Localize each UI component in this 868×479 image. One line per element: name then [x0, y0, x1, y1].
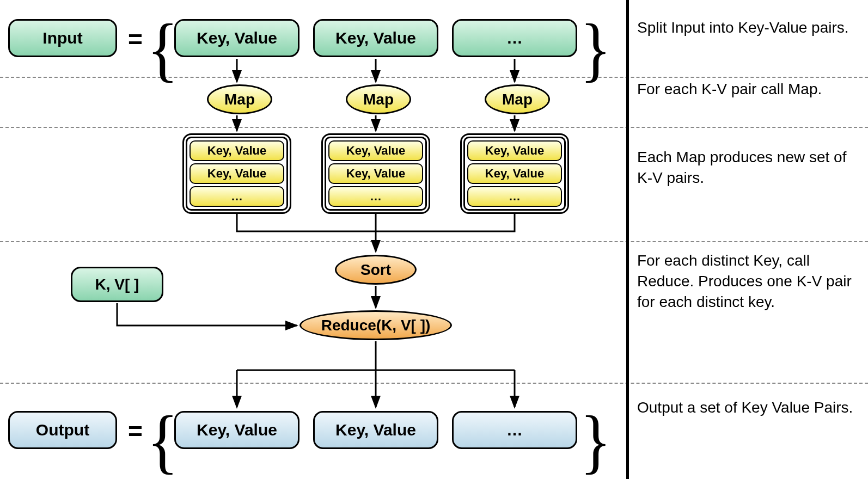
kvgroup-3: Key, Value Key, Value … [460, 133, 569, 214]
kv-row: Key, Value [467, 140, 562, 161]
diagram-area: Input = { Key, Value Key, Value … } Map … [5, 0, 610, 479]
desc-reduce: For each distinct Key, call Reduce. Prod… [637, 250, 860, 312]
kv-row: … [328, 186, 423, 207]
equals-bottom: = [128, 416, 143, 446]
reduce-ellipse: Reduce(K, V[ ]) [299, 310, 452, 340]
kv-row: … [467, 186, 562, 207]
desc-produce: Each Map produces new set of K-V pairs. [637, 147, 860, 188]
arrows-overlay [5, 0, 610, 479]
map-ellipse-2: Map [346, 84, 411, 114]
kvgroup-2: Key, Value Key, Value … [321, 133, 430, 214]
brace-open-bottom: { [147, 414, 179, 468]
kv-row: Key, Value [328, 140, 423, 161]
kv-array-box: K, V[ ] [71, 267, 163, 302]
kv-row: Key, Value [328, 163, 423, 184]
map-ellipse-1: Map [207, 84, 272, 114]
input-box: Input [8, 19, 117, 57]
kv-row: Key, Value [467, 163, 562, 184]
descriptions-panel: Split Input into Key-Value pairs. For ea… [626, 0, 860, 479]
brace-close-top: } [580, 22, 612, 76]
kv-output-ellipsis: … [452, 411, 577, 449]
brace-close-bottom: } [580, 414, 612, 468]
kv-input-1: Key, Value [174, 19, 299, 57]
desc-output: Output a set of Key Value Pairs. [637, 397, 853, 418]
desc-map: For each K-V pair call Map. [637, 79, 822, 100]
brace-open-top: { [147, 22, 179, 76]
kv-input-ellipsis: … [452, 19, 577, 57]
kvgroup-1: Key, Value Key, Value … [182, 133, 291, 214]
equals-top: = [128, 24, 143, 54]
kv-row: Key, Value [190, 140, 284, 161]
kv-output-2: Key, Value [313, 411, 438, 449]
desc-split: Split Input into Key-Value pairs. [637, 17, 849, 38]
kv-row: … [190, 186, 284, 207]
kv-row: Key, Value [190, 163, 284, 184]
sort-ellipse: Sort [335, 255, 417, 285]
kv-output-1: Key, Value [174, 411, 299, 449]
kv-input-2: Key, Value [313, 19, 438, 57]
output-box: Output [8, 411, 117, 449]
map-ellipse-3: Map [485, 84, 550, 114]
